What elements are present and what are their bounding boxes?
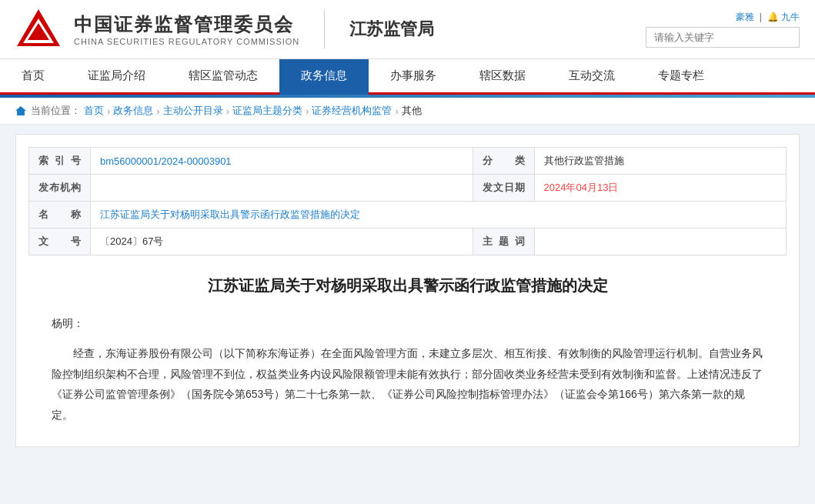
top-link-2[interactable]: 🔔 九牛 [767, 12, 800, 22]
nav-item-home[interactable]: 首页 [0, 59, 66, 95]
category-label: 分 类 [473, 148, 534, 175]
issuer-value [91, 175, 473, 202]
regional-title: 江苏监管局 [349, 18, 434, 41]
logo-sub-title: CHINA SECURITIES REGULATORY COMMISSION [74, 37, 299, 46]
info-row-issuer: 发布机构 发文日期 2024年04月13日 [29, 175, 787, 202]
header: 中国证券监督管理委员会 CHINA SECURITIES REGULATORY … [0, 0, 815, 59]
breadcrumb-arrow-5: › [395, 105, 398, 117]
logo-main-title: 中国证券监督管理委员会 [74, 12, 299, 37]
csrc-logo-icon [15, 6, 62, 52]
nav-item-intro[interactable]: 证监局介绍 [66, 59, 167, 95]
name-value: 江苏证监局关于对杨明采取出具警示函行政监管措施的决定 [91, 202, 787, 229]
breadcrumb: 当前位置： 首页 › 政务信息 › 主动公开目录 › 证监局主题分类 › 证券经… [0, 98, 815, 125]
date-label: 发文日期 [473, 175, 534, 202]
info-row-index: 索 引 号 bm56000001/2024-00003901 分 类 其他行政监… [29, 148, 787, 175]
category-value: 其他行政监管措施 [534, 148, 786, 175]
nav-bar: 首页 证监局介绍 辖区监管动态 政务信息 办事服务 辖区数据 互动交流 专题专栏 [0, 59, 815, 95]
keywords-label: 主 题 词 [473, 229, 534, 255]
index-value: bm56000001/2024-00003901 [91, 148, 473, 175]
breadcrumb-home[interactable]: 首页 [84, 104, 104, 118]
search-area [646, 27, 800, 48]
home-icon [15, 106, 26, 115]
info-row-docnum: 文 号 〔2024〕67号 主 题 词 [29, 229, 787, 255]
document-title: 江苏证监局关于对杨明采取出具警示函行政监管措施的决定 [28, 274, 787, 297]
nav-item-interaction[interactable]: 互动交流 [547, 59, 636, 95]
nav-item-politics[interactable]: 政务信息 [279, 59, 369, 95]
doc-greeting: 杨明： [52, 312, 763, 334]
search-input[interactable] [646, 27, 800, 48]
date-value: 2024年04月13日 [534, 175, 786, 202]
breadcrumb-label: 当前位置： [31, 104, 81, 118]
document-body: 杨明： 经查，东海证券股份有限公司（以下简称东海证券）在全面风险管理方面，未建立… [28, 312, 787, 425]
issuer-label: 发布机构 [29, 175, 91, 202]
info-row-name: 名 称 江苏证监局关于对杨明采取出具警示函行政监管措施的决定 [29, 202, 787, 229]
docnum-label: 文 号 [29, 229, 91, 255]
nav-item-data[interactable]: 辖区数据 [458, 59, 547, 95]
name-link[interactable]: 江苏证监局关于对杨明采取出具警示函行政监管措施的决定 [100, 209, 360, 220]
breadcrumb-arrow-1: › [107, 105, 110, 117]
top-right-area: 豪雅 | 🔔 九牛 [646, 11, 800, 48]
logo-divider [324, 10, 325, 48]
nav-item-dynamics[interactable]: 辖区监管动态 [167, 59, 279, 95]
breadcrumb-politics[interactable]: 政务信息 [113, 104, 153, 118]
breadcrumb-securities[interactable]: 证券经营机构监管 [312, 104, 392, 118]
index-label: 索 引 号 [29, 148, 91, 175]
top-link-1[interactable]: 豪雅 [736, 12, 754, 22]
docnum-value: 〔2024〕67号 [91, 229, 473, 255]
nav-item-service[interactable]: 办事服务 [369, 59, 458, 95]
breadcrumb-arrow-4: › [306, 105, 309, 117]
index-link[interactable]: bm56000001/2024-00003901 [100, 155, 232, 167]
keywords-value [534, 229, 786, 255]
doc-paragraph-1: 经查，东海证券股份有限公司（以下简称东海证券）在全面风险管理方面，未建立多层次、… [52, 343, 763, 425]
name-label: 名 称 [29, 202, 91, 229]
breadcrumb-category[interactable]: 证监局主题分类 [232, 104, 302, 118]
nav-item-special[interactable]: 专题专栏 [636, 59, 726, 95]
main-content: 索 引 号 bm56000001/2024-00003901 分 类 其他行政监… [15, 134, 800, 447]
breadcrumb-arrow-2: › [156, 105, 159, 117]
top-links: 豪雅 | 🔔 九牛 [736, 11, 800, 24]
breadcrumb-catalog[interactable]: 主动公开目录 [163, 104, 223, 118]
breadcrumb-arrow-3: › [226, 105, 229, 117]
info-table: 索 引 号 bm56000001/2024-00003901 分 类 其他行政监… [28, 147, 787, 255]
logo-text: 中国证券监督管理委员会 CHINA SECURITIES REGULATORY … [74, 12, 299, 46]
breadcrumb-current: 其他 [402, 104, 422, 118]
logo-area: 中国证券监督管理委员会 CHINA SECURITIES REGULATORY … [15, 6, 434, 52]
